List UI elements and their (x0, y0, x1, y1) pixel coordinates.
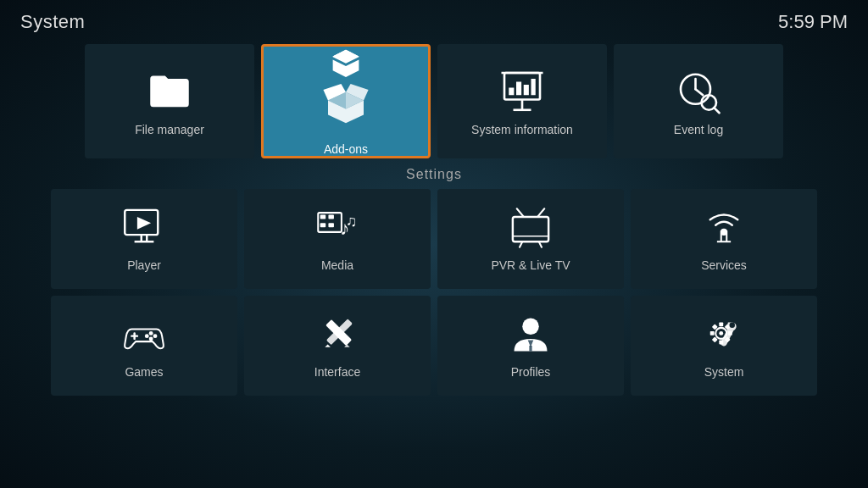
media-icon: ♪ ♫ (315, 206, 359, 250)
svg-point-46 (149, 336, 153, 341)
event-log-label: Event log (674, 123, 723, 136)
player-icon (122, 206, 166, 250)
system-information-label: System information (471, 123, 573, 136)
svg-line-35 (517, 208, 524, 217)
tile-player[interactable]: Player (51, 189, 237, 289)
pvr-live-tv-label: PVR & Live TV (491, 258, 570, 272)
services-label: Services (701, 258, 747, 272)
svg-rect-56 (719, 322, 723, 326)
interface-icon (315, 313, 359, 357)
svg-rect-10 (509, 87, 514, 95)
tile-games[interactable]: Games (51, 296, 237, 396)
system-icon (702, 313, 746, 357)
services-icon (702, 206, 746, 250)
presentation-icon (498, 67, 546, 114)
svg-line-36 (537, 208, 544, 217)
main-content: File manager (0, 44, 868, 396)
settings-section-label: Settings (51, 167, 817, 182)
svg-line-21 (714, 108, 719, 113)
tile-event-log[interactable]: Event log (614, 44, 783, 158)
svg-line-19 (696, 89, 704, 95)
tile-services[interactable]: Services (631, 189, 817, 289)
profiles-label: Profiles (511, 365, 551, 379)
header: System 5:59 PM (0, 0, 868, 44)
svg-rect-62 (710, 331, 715, 336)
add-ons-box-icon (322, 78, 370, 125)
tile-profiles[interactable]: Profiles (437, 296, 624, 396)
media-label: Media (321, 258, 353, 272)
top-tiles-row: File manager (51, 44, 817, 158)
folder-icon (146, 67, 193, 114)
svg-rect-34 (513, 217, 548, 241)
tile-media[interactable]: ♪ ♫ Media (244, 189, 431, 289)
tile-add-ons[interactable]: Add-ons (261, 44, 431, 158)
games-label: Games (125, 365, 163, 379)
tile-pvr-live-tv[interactable]: PVR & Live TV (437, 189, 624, 289)
svg-rect-12 (524, 85, 529, 95)
event-log-icon (675, 67, 722, 114)
svg-point-64 (730, 322, 736, 328)
tile-file-manager[interactable]: File manager (85, 44, 254, 158)
profiles-icon (509, 313, 553, 357)
file-manager-label: File manager (135, 123, 204, 136)
add-ons-icon (322, 47, 370, 81)
svg-point-55 (719, 331, 723, 336)
tile-system-information[interactable]: System information (437, 44, 607, 158)
svg-point-45 (153, 334, 158, 338)
tile-system[interactable]: System (631, 296, 817, 396)
tv-icon (509, 206, 553, 250)
svg-point-52 (522, 319, 539, 336)
player-label: Player (127, 258, 161, 272)
games-icon (122, 313, 166, 357)
svg-marker-49 (325, 344, 331, 347)
app-title: System (20, 11, 85, 33)
tile-interface[interactable]: Interface (244, 296, 431, 396)
svg-rect-13 (531, 79, 536, 95)
svg-rect-28 (320, 215, 326, 219)
svg-rect-11 (516, 81, 521, 95)
clock: 5:59 PM (778, 11, 848, 33)
system-label: System (704, 365, 744, 379)
interface-label: Interface (314, 365, 360, 379)
add-ons-label: Add-ons (324, 142, 368, 156)
svg-point-44 (149, 331, 153, 336)
svg-rect-53 (529, 346, 531, 352)
svg-rect-29 (328, 215, 334, 219)
svg-text:♫: ♫ (346, 213, 357, 230)
svg-point-47 (145, 334, 149, 338)
settings-grid: Player ♪ ♫ Media (51, 189, 817, 396)
svg-rect-31 (328, 223, 334, 227)
svg-marker-23 (137, 217, 151, 230)
svg-rect-30 (320, 223, 326, 227)
